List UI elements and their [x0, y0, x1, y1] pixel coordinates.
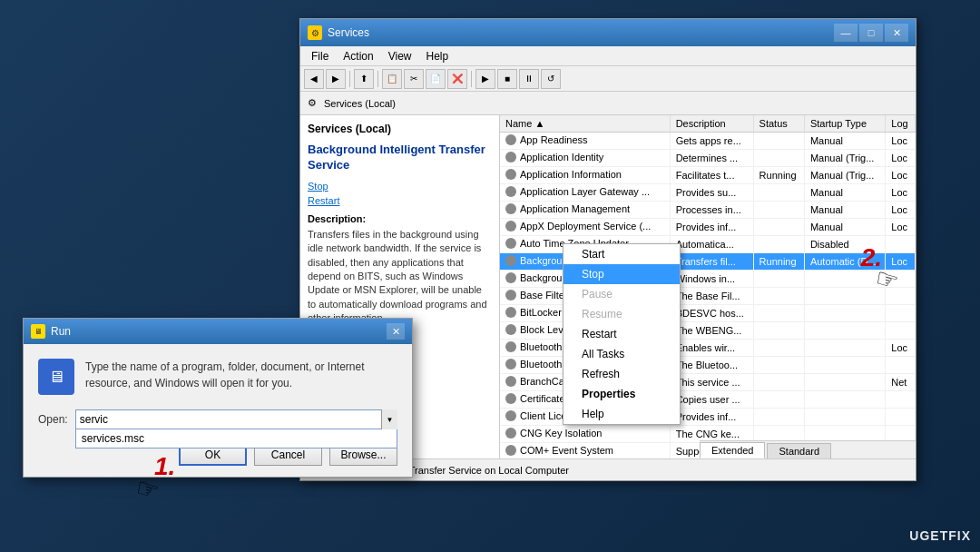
svc-log-cell: Loc: [886, 167, 916, 184]
col-startup[interactable]: Startup Type: [804, 115, 885, 133]
svc-log-cell: [886, 391, 916, 409]
addressbar: ⚙ Services (Local): [300, 92, 916, 115]
stop-service-link[interactable]: Stop: [308, 181, 492, 192]
bottom-tabs: Extended Standard: [700, 440, 916, 458]
col-description[interactable]: Description: [670, 115, 753, 133]
table-row[interactable]: Application Information Facilitates t...…: [500, 167, 916, 184]
menu-action[interactable]: Action: [336, 48, 380, 64]
context-menu-item-properties[interactable]: Properties: [564, 384, 680, 404]
up-button[interactable]: ⬆: [354, 69, 374, 89]
svc-status-cell: [753, 288, 804, 305]
run-dialog-body: 🖥 Type the name of a program, folder, do…: [24, 344, 412, 409]
svc-name-cell: AppX Deployment Service (...: [500, 219, 670, 236]
restart-service-link[interactable]: Restart: [308, 195, 492, 206]
svc-log-cell: Loc: [886, 184, 916, 202]
table-row[interactable]: AppX Deployment Service (... Provides in…: [500, 219, 916, 236]
svc-status-cell: [753, 236, 804, 253]
table-row[interactable]: Application Management Processes in... M…: [500, 202, 916, 219]
svc-name-cell: Application Information: [500, 167, 670, 184]
table-row[interactable]: App Readiness Gets apps re... Manual Loc: [500, 133, 916, 150]
run-dialog-title: Run: [51, 325, 71, 338]
svc-log-cell: Loc: [886, 133, 916, 150]
table-row[interactable]: Application Identity Determines ... Manu…: [500, 150, 916, 167]
col-status[interactable]: Status: [753, 115, 804, 133]
step-1-label: 1.: [154, 452, 175, 481]
addressbar-icon: ⚙: [308, 97, 317, 109]
svc-desc-cell: This service ...: [670, 374, 753, 391]
back-button[interactable]: ◀: [304, 69, 324, 89]
svc-startup-cell: [804, 305, 885, 322]
table-row[interactable]: Application Layer Gateway ... Provides s…: [500, 184, 916, 202]
svc-log-cell: Loc: [886, 219, 916, 236]
svc-status-cell: [753, 271, 804, 288]
menu-file[interactable]: File: [304, 48, 336, 64]
svc-status-cell: [753, 374, 804, 391]
toolbar-btn-6[interactable]: ❌: [447, 69, 467, 89]
svc-desc-cell: Automatica...: [670, 236, 753, 253]
svc-desc-cell: Windows in...: [670, 271, 753, 288]
pause-button[interactable]: ⏸: [519, 69, 539, 89]
services-window-title: Services: [328, 26, 834, 39]
menubar: File Action View Help: [300, 46, 916, 66]
context-menu-item-help[interactable]: Help: [564, 404, 680, 424]
svc-log-cell: [886, 409, 916, 426]
toolbar-btn-4[interactable]: ✂: [404, 69, 424, 89]
svc-log-cell: [886, 305, 916, 322]
toolbar-btn-5[interactable]: 📄: [426, 69, 446, 89]
run-dialog-titlebar: 🖥 Run ✕: [24, 319, 412, 344]
svc-desc-cell: Provides inf...: [670, 409, 753, 426]
run-input[interactable]: [75, 409, 397, 429]
run-autocomplete-dropdown: services.msc: [75, 429, 397, 448]
svc-status-cell: [753, 184, 804, 202]
svc-desc-cell: Facilitates t...: [670, 167, 753, 184]
svc-status-cell: [753, 150, 804, 167]
svc-desc-cell: Provides inf...: [670, 219, 753, 236]
svc-status-cell: [753, 340, 804, 357]
svc-startup-cell: Manual (Trig...: [804, 150, 885, 167]
toolbar: ◀ ▶ ⬆ 📋 ✂ 📄 ❌ ▶ ■ ⏸ ↺: [300, 66, 916, 92]
tab-extended[interactable]: Extended: [700, 442, 765, 458]
menu-help[interactable]: Help: [419, 48, 456, 64]
run-dialog-instruction: Type the name of a program, folder, docu…: [85, 359, 397, 395]
col-name[interactable]: Name ▲: [500, 115, 670, 133]
context-menu-item-start[interactable]: Start: [564, 244, 680, 264]
close-button[interactable]: ✕: [885, 24, 908, 42]
play-button[interactable]: ▶: [475, 69, 495, 89]
context-menu-item-refresh[interactable]: Refresh: [564, 364, 680, 384]
svc-startup-cell: [804, 322, 885, 340]
svc-startup-cell: [804, 357, 885, 374]
svc-desc-cell: Processes in...: [670, 202, 753, 219]
maximize-button[interactable]: □: [859, 24, 883, 42]
svc-desc-cell: Determines ...: [670, 150, 753, 167]
tab-standard[interactable]: Standard: [767, 443, 831, 458]
stop-button[interactable]: ■: [497, 69, 517, 89]
run-input-row: Open: ▼ services.msc: [24, 409, 412, 437]
menu-view[interactable]: View: [381, 48, 419, 64]
run-dropdown-button[interactable]: ▼: [381, 409, 397, 429]
minimize-button[interactable]: —: [834, 24, 858, 42]
svc-log-cell: Net: [886, 374, 916, 391]
toolbar-separator-3: [471, 71, 472, 87]
svc-status-cell: [753, 322, 804, 340]
run-autocomplete-item[interactable]: services.msc: [76, 429, 397, 448]
context-menu-item-restart[interactable]: Restart: [564, 324, 680, 344]
toolbar-separator-1: [349, 71, 350, 87]
svc-desc-cell: Copies user ...: [670, 391, 753, 409]
run-dialog-close[interactable]: ✕: [387, 323, 405, 340]
forward-button[interactable]: ▶: [326, 69, 346, 89]
svc-log-cell: [886, 357, 916, 374]
context-menu-item-stop[interactable]: Stop: [564, 264, 680, 284]
watermark-text: UGETFIX: [909, 528, 971, 543]
svc-log-cell: Loc: [886, 202, 916, 219]
restart-button[interactable]: ↺: [541, 69, 561, 89]
context-menu-item-pause: Pause: [564, 284, 680, 304]
svc-status-cell: Running: [753, 253, 804, 271]
svc-log-cell: [886, 322, 916, 340]
svc-startup-cell: [804, 391, 885, 409]
run-dialog: 🖥 Run ✕ 🖥 Type the name of a program, fo…: [23, 318, 413, 478]
col-log[interactable]: Log: [886, 115, 916, 133]
svc-log-cell: [886, 236, 916, 253]
service-description: Transfers files in the background using …: [308, 228, 492, 326]
toolbar-btn-3[interactable]: 📋: [382, 69, 402, 89]
context-menu-item-all-tasks[interactable]: All Tasks: [564, 344, 680, 364]
